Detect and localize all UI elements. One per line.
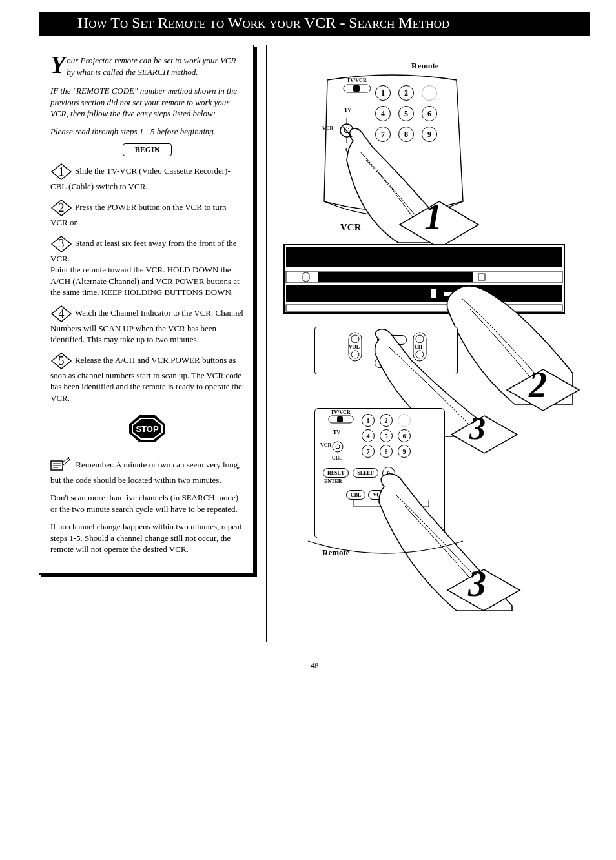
bkey-7: 7	[362, 445, 375, 458]
bkey-3	[398, 414, 411, 427]
svg-text:STOP: STOP	[136, 424, 158, 434]
big-2: 2	[529, 364, 547, 405]
dropcap: Y	[50, 55, 67, 74]
step-1: 1Slide the TV-VCR (Video Cassette Record…	[50, 163, 244, 192]
step-text-4: Watch the Channel Indicator to the VCR. …	[50, 308, 243, 345]
bkey-1: 1	[362, 414, 375, 427]
page-title: How To Set Remote to Work your VCR - Sea…	[39, 12, 590, 36]
big-3a: 3	[469, 409, 486, 447]
enter-label: ENTER	[324, 478, 342, 484]
cbl-btn: CBL	[346, 490, 365, 500]
key-5: 5	[398, 106, 414, 121]
step-diamond-5: 5	[50, 352, 72, 370]
step-diamond-4: 4	[50, 305, 72, 323]
big-1: 1	[424, 196, 442, 238]
svg-rect-20	[286, 247, 562, 267]
remote-bottom-curve	[302, 535, 469, 567]
paragraph-if: IF the "REMOTE CODE" number method shown…	[50, 85, 244, 119]
note-dont-scan: Don't scan more than five channels (in S…	[50, 492, 244, 515]
intro-text: our Projector remote can be set to work …	[67, 56, 236, 77]
bkey-5: 5	[380, 429, 393, 442]
step-diamond-2: 2	[50, 199, 72, 217]
svg-rect-14	[353, 85, 360, 92]
step-text-5: Release the A/CH and VCR POWER buttons a…	[50, 355, 242, 403]
tv-label-top: TV	[344, 107, 351, 113]
big-3b: 3	[468, 563, 486, 604]
note-remember-text: Remember. A minute or two can seem very …	[50, 460, 240, 484]
slider-top	[343, 84, 371, 94]
step-diamond-3: 3	[50, 235, 72, 253]
tvvcr-label-top: TV/VCR	[347, 77, 367, 83]
bkey-9: 9	[398, 445, 411, 458]
svg-rect-22	[303, 272, 309, 282]
tvvcr-label-bot: TV/VCR	[331, 409, 351, 415]
paragraph-read: Please read through steps 1 - 5 before b…	[50, 126, 244, 138]
label-remote-top: Remote	[411, 61, 439, 71]
bkey-8: 8	[380, 445, 393, 458]
step-text-1: Slide the TV-VCR (Video Cassette Recorde…	[50, 166, 231, 191]
illustration-panel: Remote TV/VCR TV VCR CBL	[266, 45, 590, 642]
rotary-switch-bot	[331, 435, 345, 459]
key-1: 1	[375, 85, 391, 101]
svg-point-32	[351, 351, 359, 358]
step-diamond-1: 1	[50, 163, 72, 181]
step-text-3: Stand at least six feet away from the fr…	[50, 238, 240, 298]
step-2: 2Press the POWER button on the VCR to tu…	[50, 199, 244, 229]
page-number: 48	[39, 660, 590, 671]
intro-paragraph: Y our Projector remote can be set to wor…	[50, 55, 244, 77]
key-2: 2	[398, 85, 414, 101]
reset-button: RESET	[323, 468, 349, 478]
key-3	[422, 85, 437, 101]
svg-point-31	[351, 335, 359, 343]
instructions-panel: Y our Projector remote can be set to wor…	[39, 45, 254, 575]
key-4: 4	[375, 106, 391, 121]
bkey-6: 6	[398, 429, 411, 442]
step-3: 3Stand at least six feet away from the f…	[50, 235, 244, 298]
label-vcr: VCR	[340, 222, 362, 233]
step-5: 5Release the A/CH and VCR POWER buttons …	[50, 352, 244, 404]
vol-label: VOL	[349, 344, 360, 350]
bkey-2: 2	[380, 414, 393, 427]
hand-note-icon	[50, 457, 72, 475]
svg-point-40	[336, 445, 340, 449]
bkey-4: 4	[362, 429, 375, 442]
note-no-change: If no channel change happens within two …	[50, 521, 244, 555]
step-text-2: Press the POWER button on the VCR to tur…	[50, 202, 226, 227]
stop-badge: STOP	[128, 414, 167, 447]
begin-badge: BEGIN	[123, 143, 172, 156]
svg-rect-26	[431, 289, 436, 298]
step-4: 4Watch the Channel Indicator to the VCR.…	[50, 305, 244, 345]
note-remember: Remember. A minute or two can seem very …	[50, 457, 244, 486]
vcr-label-bot: VCR	[320, 442, 331, 448]
key-6: 6	[422, 106, 437, 121]
svg-rect-38	[337, 416, 343, 422]
